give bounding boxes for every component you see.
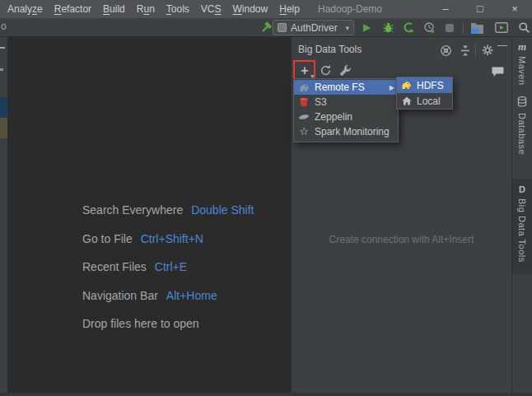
window-controls: – □ × [428, 0, 532, 18]
project-structure-folder-icon[interactable] [470, 22, 484, 34]
remote-fs-submenu: HDFS Local [396, 77, 453, 109]
elephant-icon [298, 83, 310, 92]
panel-empty-hint: Create connection with Alt+Insert [292, 234, 511, 245]
breadcrumb-fragment: o [1, 21, 7, 32]
screen-run-icon[interactable] [495, 22, 508, 33]
menu-tools[interactable]: Tools [161, 0, 195, 18]
home-icon [401, 96, 412, 105]
maximize-button[interactable]: □ [463, 0, 497, 18]
toolbar-separator [463, 21, 464, 34]
menu-item-zeppelin[interactable]: Zeppelin [294, 109, 398, 124]
menu-help[interactable]: Help [273, 0, 306, 18]
search-everywhere-icon[interactable] [518, 21, 530, 34]
gear-icon[interactable] [482, 44, 493, 56]
s3-bucket-icon [298, 97, 310, 107]
tab-database[interactable]: Database [512, 96, 532, 155]
shortcut-row: Go to FileCtrl+Shift+N [82, 232, 203, 245]
submenu-arrow-icon: ▶ [390, 84, 394, 91]
editor-empty-area: Search EverywhereDouble Shift Go to File… [7, 37, 291, 396]
spark-star-icon: ☆ [298, 127, 310, 137]
menu-vcs[interactable]: VCS [195, 0, 227, 18]
stop-button-disabled [446, 24, 454, 32]
shortcut-row: Recent FilesCtrl+E [82, 260, 187, 273]
tab-maven[interactable]: m Maven [512, 42, 532, 86]
debug-bug-icon[interactable] [382, 21, 394, 34]
chevron-down-icon: ▾ [345, 24, 349, 32]
menu-item-remote-fs[interactable]: Remote FS ▶ [294, 80, 398, 95]
minimize-button[interactable]: – [428, 0, 463, 18]
left-strip-fragment [0, 118, 7, 138]
menu-window[interactable]: Window [227, 0, 274, 18]
ide-window: Analyze Refactor Build Run Tools VCS Win… [0, 0, 532, 396]
run-config-icon [278, 23, 287, 32]
build-hammer-icon[interactable] [259, 21, 273, 35]
run-configuration-select[interactable]: AuthDriver ▾ [273, 20, 354, 35]
profiler-clock-icon[interactable] [423, 21, 436, 34]
menu-refactor[interactable]: Refactor [49, 0, 97, 18]
tab-big-data-tools[interactable]: D Big Data Tools [512, 179, 532, 274]
maven-icon: m [518, 42, 526, 52]
main-toolbar: o AuthDriver ▾ ▶ [0, 18, 532, 37]
left-strip-fragment [0, 97, 7, 118]
shortcut-row: Drop files here to open [82, 317, 208, 330]
zeppelin-blimp-icon [298, 113, 310, 121]
add-connection-menu: Remote FS ▶ S3 Zeppelin ☆ Spark Monitori… [293, 78, 399, 142]
left-edge-strip [0, 37, 7, 396]
big-data-tools-icon: D [519, 184, 525, 194]
refresh-icon[interactable] [320, 64, 332, 77]
close-button[interactable]: × [497, 0, 532, 18]
menu-item-spark-monitoring[interactable]: ☆ Spark Monitoring [294, 124, 398, 139]
bottom-edge [0, 393, 532, 396]
hadoop-elephant-icon [401, 81, 412, 90]
shortcut-row: Search EverywhereDouble Shift [82, 203, 254, 217]
menu-build[interactable]: Build [97, 0, 131, 18]
window-title: Hadoop-Demo [318, 0, 382, 18]
titlebar: Analyze Refactor Build Run Tools VCS Win… [0, 0, 532, 18]
run-with-coverage-icon[interactable] [403, 21, 415, 34]
menu-run[interactable]: Run [131, 0, 161, 18]
database-icon [517, 96, 527, 109]
globe-icon[interactable] [440, 44, 452, 57]
right-tool-stripe: m Maven Database D Big Data Tools [511, 37, 532, 396]
submenu-item-hdfs[interactable]: HDFS [397, 77, 452, 93]
header-separator [475, 44, 476, 57]
left-strip-fragment [0, 68, 3, 71]
left-strip-fragment [0, 47, 5, 49]
hide-panel-icon[interactable]: — [497, 40, 507, 51]
comment-bubble-icon[interactable] [492, 67, 504, 77]
wrench-icon[interactable] [339, 64, 352, 77]
menu-analyze[interactable]: Analyze [2, 0, 49, 18]
shortcut-row: Navigation BarAlt+Home [82, 289, 217, 302]
submenu-item-local[interactable]: Local [397, 93, 452, 109]
run-config-value: AuthDriver [291, 22, 338, 34]
collapse-all-icon[interactable] [460, 45, 471, 56]
menu-item-s3[interactable]: S3 [294, 95, 398, 109]
menubar: Analyze Refactor Build Run Tools VCS Win… [2, 0, 306, 18]
run-button[interactable]: ▶ [363, 22, 371, 32]
panel-title: Big Data Tools [298, 44, 362, 55]
